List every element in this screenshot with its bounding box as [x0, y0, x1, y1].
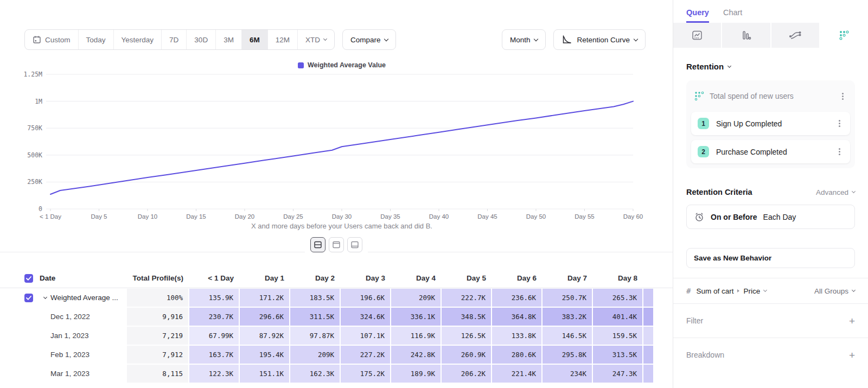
- query-sidebar: QueryChart Retention Total spend of new …: [673, 0, 868, 388]
- table-header-row: DateTotal Profile(s)< 1 DayDay 1Day 2Day…: [0, 269, 673, 288]
- row-expand-chevron[interactable]: [40, 297, 50, 298]
- compare-button[interactable]: Compare: [342, 29, 397, 50]
- range-7d[interactable]: 7D: [161, 30, 186, 49]
- step-number-badge: 1: [698, 118, 709, 129]
- table-row[interactable]: Mar 1, 20238,115122.3K151.1K162.3K175.2K…: [0, 364, 673, 383]
- retention-value-cell: 171.2K: [240, 289, 289, 307]
- range-3m[interactable]: 3M: [215, 30, 241, 49]
- split-view-toggle[interactable]: [310, 237, 326, 252]
- tab-query[interactable]: Query: [686, 8, 709, 23]
- chart-caption: X and more days before your Users came b…: [50, 222, 633, 230]
- row-date-label: Mar 1, 2023: [50, 370, 90, 378]
- row-date-label: Jan 1, 2023: [50, 332, 89, 340]
- x-axis-tick-label: Day 30: [332, 213, 352, 220]
- table-row[interactable]: Feb 1, 20237,912163.7K195.4K209K227.2K24…: [0, 345, 673, 364]
- behavior-step-2[interactable]: 2Purchase Completed: [691, 140, 850, 163]
- all-groups-dropdown[interactable]: All Groups: [814, 287, 855, 295]
- insights-icon-button[interactable]: [673, 23, 721, 48]
- retention-condition-card[interactable]: On or Before Each Day: [686, 205, 855, 229]
- filter-label: Filter: [686, 316, 703, 325]
- retention-value-cell: 122.3K: [189, 365, 239, 383]
- retention-value-cell: 260.9K: [442, 346, 491, 364]
- chart-top-view-icon: [332, 240, 341, 249]
- retention-value-cell: 280.6K: [492, 346, 541, 364]
- retention-value-cell: 383.2K: [542, 308, 592, 326]
- chart-legend[interactable]: Weighted Average Value: [50, 61, 633, 69]
- insights-icon: [691, 29, 703, 41]
- behavior-header[interactable]: Total spend of new users: [691, 85, 850, 107]
- range-12m[interactable]: 12M: [267, 30, 297, 49]
- granularity-label: Month: [510, 36, 531, 44]
- chevron-right-icon: [737, 289, 739, 292]
- tab-chart[interactable]: Chart: [723, 8, 742, 23]
- step-event-label: Purchase Completed: [716, 148, 828, 156]
- retention-value-cell: 196.6K: [341, 289, 390, 307]
- range-label: Custom: [45, 36, 71, 44]
- retention-value-cell: 87.92K: [240, 327, 289, 345]
- chart-type-label: Retention Curve: [577, 36, 630, 44]
- x-axis-tick-label: Day 50: [526, 213, 546, 220]
- retention-value-cell: 126.5K: [442, 327, 491, 345]
- chart-type-button[interactable]: Retention Curve: [553, 29, 646, 50]
- x-axis-tick-label: Day 25: [283, 213, 303, 220]
- date-range-group: CustomTodayYesterday7D30D3M6M12MXTD: [24, 29, 335, 50]
- retention-criteria-row: Retention Criteria Advanced: [686, 188, 855, 196]
- legend-label: Weighted Average Value: [308, 61, 386, 69]
- row-label-cell: Feb 1, 2023: [40, 345, 126, 364]
- column-header-total: Total Profile(s): [126, 274, 189, 282]
- add-breakdown-button[interactable]: +: [849, 350, 855, 360]
- view-toggle-group: [305, 237, 368, 252]
- retention-value-cell: 209K: [290, 346, 340, 364]
- row-checkbox[interactable]: [24, 294, 33, 302]
- x-axis-tick-label: Day 5: [91, 213, 107, 220]
- behavior-step-1[interactable]: 1Sign Up Completed: [691, 112, 850, 135]
- funnels-icon-button[interactable]: [722, 23, 770, 48]
- table-row[interactable]: Jan 1, 20237,21967.99K87.92K97.87K107.1K…: [0, 326, 673, 345]
- retention-section-title: Retention: [686, 62, 724, 71]
- chart-top-view-toggle[interactable]: [329, 237, 344, 252]
- retention-value-cell: 97.87K: [290, 327, 340, 345]
- select-all-checkbox[interactable]: [24, 274, 33, 283]
- retention-value-cell: 222.7K: [442, 289, 491, 307]
- kebab-menu-icon[interactable]: [839, 151, 840, 152]
- y-axis-tick-label: 1M: [35, 98, 42, 105]
- range-today[interactable]: Today: [78, 30, 113, 49]
- add-filter-button[interactable]: +: [849, 316, 855, 326]
- chevron-down-icon: [763, 288, 767, 292]
- behavior-title: Total spend of new users: [710, 92, 833, 100]
- save-as-new-behavior-label: Save as New Behavior: [694, 254, 771, 262]
- range-6m[interactable]: 6M: [241, 30, 267, 49]
- range-custom[interactable]: Custom: [25, 30, 78, 49]
- granularity-button[interactable]: Month: [502, 29, 546, 50]
- table-row[interactable]: Dec 1, 20229,916230.7K296.6K311.5K324.6K…: [0, 307, 673, 326]
- y-axis-tick-label: 500K: [27, 151, 42, 159]
- flows-icon-button[interactable]: [771, 23, 819, 48]
- table-bottom-view-toggle[interactable]: [347, 237, 362, 252]
- retention-icon-button[interactable]: [820, 23, 868, 48]
- breakdown-section: Breakdown +: [686, 338, 855, 372]
- retention-value-cell: 175.2K: [341, 365, 390, 383]
- chevron-down-icon: [852, 189, 856, 193]
- range-xtd[interactable]: XTD: [297, 30, 334, 49]
- kebab-menu-icon[interactable]: [842, 96, 844, 97]
- step-event-label: Sign Up Completed: [716, 119, 828, 128]
- row-label: Weighted Average ...: [50, 294, 118, 302]
- retention-value-cell: 195.4K: [240, 346, 289, 364]
- range-30d[interactable]: 30D: [186, 30, 215, 49]
- table-row[interactable]: Weighted Average ...100%135.9K171.2K183.…: [0, 288, 673, 307]
- split-view-icon: [314, 240, 322, 249]
- retention-value-cell: 135.9K: [189, 289, 239, 307]
- x-axis-tick-label: Day 35: [380, 213, 400, 220]
- total-profiles-cell: 8,115: [127, 365, 188, 383]
- retention-line-series: [50, 101, 633, 194]
- range-label: 30D: [194, 36, 208, 44]
- kebab-menu-icon[interactable]: [839, 123, 840, 124]
- column-header-day-6: Day 6: [492, 274, 542, 282]
- retention-section-header[interactable]: Retention: [686, 62, 855, 71]
- criteria-mode-dropdown[interactable]: Advanced: [816, 188, 855, 196]
- range-yesterday[interactable]: Yesterday: [113, 30, 162, 49]
- retention-dots-icon: [694, 91, 704, 101]
- save-as-new-behavior-button[interactable]: Save as New Behavior: [686, 248, 855, 268]
- retention-value-cell: 311.5K: [290, 308, 340, 326]
- measure-dropdown[interactable]: Sum of cart Price: [696, 287, 809, 295]
